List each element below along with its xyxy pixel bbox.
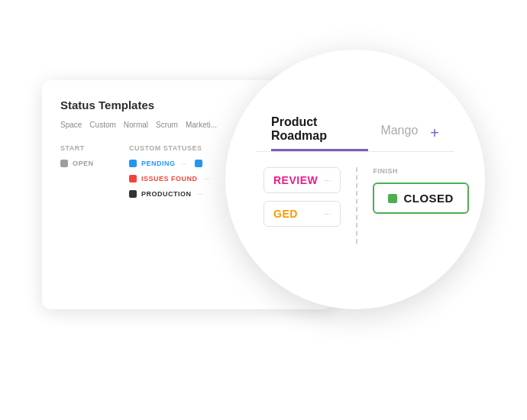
pending-dots[interactable]: ··· [182, 160, 188, 167]
open-label: OPEN [73, 160, 94, 167]
review-dots[interactable]: ··· [324, 176, 331, 185]
left-status-col: REVIEW ··· GED ··· [264, 167, 341, 244]
open-dot [60, 160, 68, 167]
circle-content: Product Roadmap Mango + REVIEW ··· GED ·… [256, 115, 454, 244]
tab-scrum[interactable]: Scrum [156, 121, 178, 129]
production-dots[interactable]: ··· [198, 190, 204, 198]
tab-space[interactable]: Space [60, 121, 82, 129]
tab-custom[interactable]: Custom [89, 121, 115, 129]
circle-overlay: Product Roadmap Mango + REVIEW ··· GED ·… [225, 50, 485, 309]
tab-marketi[interactable]: Marketi... [186, 121, 217, 129]
dashed-divider [356, 167, 357, 244]
pending-dot [129, 160, 137, 167]
issues-dot [129, 175, 137, 183]
status-open: OPEN [60, 160, 114, 167]
ged-dots[interactable]: ··· [324, 209, 331, 218]
start-column: START OPEN [60, 144, 114, 205]
ged-label: GED [273, 208, 298, 220]
review-label: REVIEW [273, 174, 318, 186]
ged-card[interactable]: GED ··· [264, 201, 341, 227]
start-col-label: START [60, 144, 114, 152]
tab-divider [256, 151, 454, 152]
tab-mango[interactable]: Mango [380, 124, 418, 144]
closed-card[interactable]: CLOSED [373, 183, 469, 214]
closed-dot [388, 194, 397, 203]
closed-label: CLOSED [403, 192, 454, 205]
scene: Status Templates Space Custom Normal Scr… [42, 50, 485, 370]
tab-product-roadmap[interactable]: Product Roadmap [271, 115, 368, 151]
issues-dots[interactable]: ··· [204, 175, 210, 183]
production-dot [129, 190, 137, 198]
production-label: PRODUCTION [141, 190, 192, 198]
right-status-col: FINISH CLOSED [373, 167, 469, 244]
add-tab-button[interactable]: + [430, 124, 439, 142]
extra-dot [195, 160, 202, 167]
review-card[interactable]: REVIEW ··· [264, 167, 341, 193]
circle-tabs-row: Product Roadmap Mango + [256, 115, 454, 151]
circle-statuses: REVIEW ··· GED ··· FINISH CLOSED [256, 167, 454, 244]
pending-label: PENDING [141, 160, 176, 167]
finish-label: FINISH [373, 167, 398, 175]
tab-normal[interactable]: Normal [124, 121, 148, 129]
issues-label: ISSUES FOUND [141, 175, 198, 183]
